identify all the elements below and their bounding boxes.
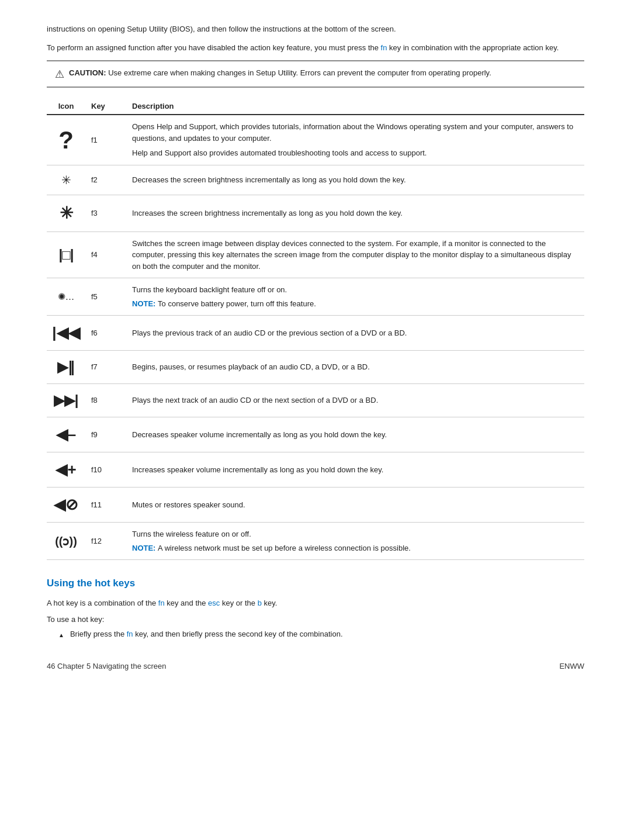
icon-bright-sun: ✳ bbox=[60, 204, 73, 222]
col-header-icon: Icon bbox=[47, 98, 88, 115]
action-keys-table: Icon Key Description ?f1Opens Help and S… bbox=[47, 98, 584, 560]
key-cell: f2 bbox=[88, 165, 129, 195]
table-row: ◀⊘f11Mutes or restores speaker sound. bbox=[47, 488, 584, 523]
icon-cell: ✳ bbox=[47, 195, 88, 231]
note-label: NOTE: bbox=[132, 544, 158, 552]
desc-text: Plays the next track of an audio CD or t… bbox=[132, 395, 578, 406]
desc-cell: Mutes or restores speaker sound. bbox=[129, 488, 584, 523]
icon-cell: ▶▶| bbox=[47, 384, 88, 417]
caution-body: Use extreme care when making changes in … bbox=[108, 68, 491, 77]
desc-cell: Plays the previous track of an audio CD … bbox=[129, 316, 584, 351]
desc-cell: Turns the wireless feature on or off.NOT… bbox=[129, 523, 584, 560]
key-cell: f10 bbox=[88, 452, 129, 488]
table-row: |□|f4Switches the screen image between d… bbox=[47, 231, 584, 278]
bullet-suffix: key, and then briefly press the second k… bbox=[133, 630, 343, 638]
desc-cell: Plays the next track of an audio CD or t… bbox=[129, 384, 584, 417]
desc-text: Plays the previous track of an audio CD … bbox=[132, 327, 578, 339]
icon-dim-sun: ✳ bbox=[61, 174, 71, 186]
icon-backlight: ✺… bbox=[58, 292, 75, 302]
desc-cell: Increases the screen brightness incremen… bbox=[129, 195, 584, 231]
table-row: ✺…f5Turns the keyboard backlight feature… bbox=[47, 278, 584, 316]
caution-label: CAUTION: bbox=[69, 68, 106, 77]
icon-voldown: ◀– bbox=[56, 426, 76, 443]
desc-cell: Opens Help and Support, which provides t… bbox=[129, 115, 584, 165]
hot-keys-para2: To use a hot key: bbox=[47, 614, 584, 625]
table-row: ◀+f10Increases speaker volume incrementa… bbox=[47, 452, 584, 488]
icon-display: |□| bbox=[59, 247, 74, 262]
table-row: ▶▶|f8Plays the next track of an audio CD… bbox=[47, 384, 584, 417]
icon-playpause: ▶‖ bbox=[57, 359, 75, 375]
icon-cell: ◀– bbox=[47, 417, 88, 452]
intro-para1: instructions on opening Setup Utility (B… bbox=[47, 23, 584, 35]
table-row: ✳f3Increases the screen brightness incre… bbox=[47, 195, 584, 231]
intro-para2: To perform an assigned function after yo… bbox=[47, 42, 584, 54]
table-row: ◀–f9Decreases speaker volume incremental… bbox=[47, 417, 584, 452]
bullet-triangle-icon: ▲ bbox=[58, 632, 64, 638]
fn-link-3: fn bbox=[127, 630, 133, 638]
col-header-desc: Description bbox=[129, 98, 584, 115]
key-cell: f7 bbox=[88, 351, 129, 384]
hot-keys-bullet: ▲ Briefly press the fn key, and then bri… bbox=[47, 630, 584, 638]
key-cell: f6 bbox=[88, 316, 129, 351]
icon-cell: ◀⊘ bbox=[47, 488, 88, 523]
key-cell: f5 bbox=[88, 278, 129, 316]
desc-text: Mutes or restores speaker sound. bbox=[132, 499, 578, 511]
desc-text-2: Help and Support also provides automated… bbox=[132, 147, 578, 159]
hot-keys-para1: A hot key is a combination of the fn key… bbox=[47, 597, 584, 609]
desc-text: Opens Help and Support, which provides t… bbox=[132, 121, 578, 144]
bullet-prefix: Briefly press the bbox=[70, 630, 127, 638]
table-row: ▶‖f7Begins, pauses, or resumes playback … bbox=[47, 351, 584, 384]
section-title: Using the hot keys bbox=[47, 578, 584, 589]
hot-keys-para1-mid: key and the bbox=[165, 599, 208, 607]
table-row: ✳f2Decreases the screen brightness incre… bbox=[47, 165, 584, 195]
caution-text: CAUTION: Use extreme care when making ch… bbox=[69, 67, 491, 79]
icon-volup: ◀+ bbox=[56, 461, 76, 478]
b-link: b bbox=[258, 599, 262, 607]
bullet-text: Briefly press the fn key, and then brief… bbox=[70, 630, 343, 638]
desc-text: Increases the screen brightness incremen… bbox=[132, 208, 578, 219]
table-row: ((ↄ))f12Turns the wireless feature on or… bbox=[47, 523, 584, 560]
desc-text: Increases speaker volume incrementally a… bbox=[132, 464, 578, 476]
key-cell: f11 bbox=[88, 488, 129, 523]
icon-next: ▶▶| bbox=[54, 392, 79, 408]
key-cell: f3 bbox=[88, 195, 129, 231]
icon-wireless: ((ↄ)) bbox=[55, 535, 77, 548]
caution-triangle-icon: ⚠ bbox=[55, 68, 64, 81]
desc-cell: Turns the keyboard backlight feature off… bbox=[129, 278, 584, 316]
icon-cell: ▶‖ bbox=[47, 351, 88, 384]
icon-question: ? bbox=[58, 126, 74, 154]
icon-prev: |◀◀ bbox=[52, 324, 79, 341]
icon-cell: ? bbox=[47, 115, 88, 165]
note-text: NOTE: To conserve battery power, turn of… bbox=[132, 298, 578, 310]
fn-link-1: fn bbox=[381, 43, 387, 52]
footer-right: ENWW bbox=[559, 662, 584, 670]
footer-left: 46 Chapter 5 Navigating the screen bbox=[47, 662, 167, 670]
desc-text: Decreases speaker volume incrementally a… bbox=[132, 429, 578, 441]
col-header-key: Key bbox=[88, 98, 129, 115]
note-label: NOTE: bbox=[132, 299, 158, 308]
key-cell: f4 bbox=[88, 231, 129, 278]
hot-keys-para1-suffix: key. bbox=[262, 599, 278, 607]
desc-cell: Increases speaker volume incrementally a… bbox=[129, 452, 584, 488]
fn-link-2: fn bbox=[158, 599, 165, 607]
hot-keys-para1-prefix: A hot key is a combination of the bbox=[47, 599, 158, 607]
desc-text: Decreases the screen brightness incremen… bbox=[132, 174, 578, 186]
icon-cell: ✺… bbox=[47, 278, 88, 316]
icon-cell: ✳ bbox=[47, 165, 88, 195]
page-footer: 46 Chapter 5 Navigating the screen ENWW bbox=[47, 662, 584, 670]
desc-cell: Switches the screen image between displa… bbox=[129, 231, 584, 278]
icon-cell: |◀◀ bbox=[47, 316, 88, 351]
note-body: A wireless network must be set up before… bbox=[158, 544, 411, 552]
key-cell: f12 bbox=[88, 523, 129, 560]
caution-box: ⚠ CAUTION: Use extreme care when making … bbox=[47, 60, 584, 88]
desc-text: Switches the screen image between displa… bbox=[132, 238, 578, 272]
icon-mute: ◀⊘ bbox=[54, 496, 78, 513]
table-row: ?f1Opens Help and Support, which provide… bbox=[47, 115, 584, 165]
desc-text: Begins, pauses, or resumes playback of a… bbox=[132, 361, 578, 373]
desc-text: Turns the wireless feature on or off. bbox=[132, 528, 578, 540]
desc-cell: Begins, pauses, or resumes playback of a… bbox=[129, 351, 584, 384]
hot-keys-para1-mid2: key or the bbox=[220, 599, 257, 607]
key-cell: f1 bbox=[88, 115, 129, 165]
desc-cell: Decreases speaker volume incrementally a… bbox=[129, 417, 584, 452]
table-row: |◀◀f6Plays the previous track of an audi… bbox=[47, 316, 584, 351]
